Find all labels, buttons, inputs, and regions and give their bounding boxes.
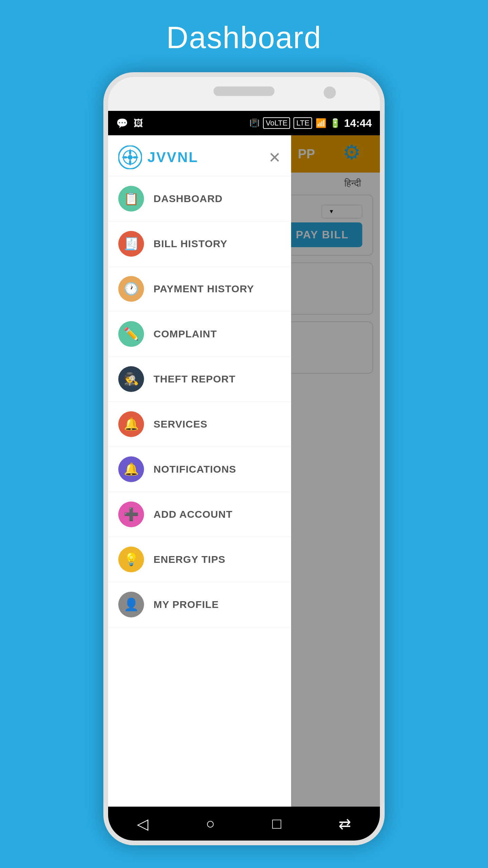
add-account-label: ADD ACCOUNT xyxy=(154,509,232,520)
sidebar-item-notifications[interactable]: 🔔NOTIFICATIONS xyxy=(108,447,291,492)
services-label: SERVICES xyxy=(154,418,207,430)
phone-wrapper: 💬 🖼 📳 VoLTE LTE 📶 🔋 14:44 PP ⚙ हिन्दी xyxy=(103,72,385,845)
image-icon: 🖼 xyxy=(134,118,143,129)
bill-history-icon: 🧾 xyxy=(118,231,144,257)
sidebar-item-energy-tips[interactable]: 💡ENERGY TIPS xyxy=(108,537,291,582)
time-display: 14:44 xyxy=(344,117,372,130)
battery-icon: 🔋 xyxy=(330,118,341,129)
home-button[interactable]: ○ xyxy=(206,815,215,832)
theft-report-label: THEFT REPORT xyxy=(154,373,236,385)
sidebar-item-dashboard[interactable]: 📋DASHBOARD xyxy=(108,176,291,221)
vibrate-icon: 📳 xyxy=(249,118,260,128)
menu-list: 📋DASHBOARD🧾BILL HISTORY🕐PAYMENT HISTORY✏… xyxy=(108,176,291,807)
dashboard-icon: 📋 xyxy=(118,186,144,212)
notifications-icon: 🔔 xyxy=(118,456,144,482)
add-account-icon: ➕ xyxy=(118,501,144,527)
my-profile-label: MY PROFILE xyxy=(154,599,219,610)
share-button[interactable]: ⇄ xyxy=(339,815,351,832)
complaint-label: COMPLAINT xyxy=(154,328,217,340)
notifications-label: NOTIFICATIONS xyxy=(154,463,236,475)
energy-tips-icon: 💡 xyxy=(118,547,144,572)
sidebar-item-add-account[interactable]: ➕ADD ACCOUNT xyxy=(108,492,291,537)
svg-point-10 xyxy=(128,155,133,160)
sidebar-item-services[interactable]: 🔔SERVICES xyxy=(108,402,291,447)
recents-button[interactable]: □ xyxy=(272,815,281,832)
phone-speaker xyxy=(214,86,274,96)
logo-area: JVVNL xyxy=(118,145,198,169)
my-profile-icon: 👤 xyxy=(118,592,144,617)
jvvnl-logo-icon xyxy=(118,145,142,169)
payment-history-label: PAYMENT HISTORY xyxy=(154,283,254,295)
back-button[interactable]: ◁ xyxy=(137,815,148,832)
phone-camera xyxy=(324,86,336,99)
sidebar-item-my-profile[interactable]: 👤MY PROFILE xyxy=(108,582,291,627)
nav-bar: ◁ ○ □ ⇄ xyxy=(108,807,380,841)
status-bar: 💬 🖼 📳 VoLTE LTE 📶 🔋 14:44 xyxy=(108,111,380,135)
complaint-icon: ✏️ xyxy=(118,321,144,347)
sidebar-item-payment-history[interactable]: 🕐PAYMENT HISTORY xyxy=(108,267,291,312)
theft-report-icon: 🕵 xyxy=(118,366,144,392)
sidebar-overlay[interactable] xyxy=(291,135,380,807)
energy-tips-label: ENERGY TIPS xyxy=(154,554,225,565)
sidebar-drawer: JVVNL ✕ 📋DASHBOARD🧾BILL HISTORY🕐PAYMENT … xyxy=(108,135,291,807)
lte-badge: LTE xyxy=(293,117,312,129)
sidebar-header: JVVNL ✕ xyxy=(108,135,291,176)
sidebar-item-theft-report[interactable]: 🕵THEFT REPORT xyxy=(108,357,291,402)
logo-text: JVVNL xyxy=(147,149,198,165)
payment-history-icon: 🕐 xyxy=(118,276,144,302)
services-icon: 🔔 xyxy=(118,411,144,437)
close-button[interactable]: ✕ xyxy=(268,149,281,166)
sidebar-item-complaint[interactable]: ✏️COMPLAINT xyxy=(108,312,291,357)
signal-icon: 📶 xyxy=(316,118,326,129)
dashboard-label: DASHBOARD xyxy=(154,193,223,204)
phone-screen: PP ⚙ हिन्दी ▼ 654 PAY BILL xyxy=(108,135,380,807)
page-title: Dashboard xyxy=(166,20,322,55)
sidebar-item-bill-history[interactable]: 🧾BILL HISTORY xyxy=(108,221,291,267)
bill-history-label: BILL HISTORY xyxy=(154,238,227,250)
volte-badge: VoLTE xyxy=(263,117,290,129)
chat-icon: 💬 xyxy=(116,118,128,129)
